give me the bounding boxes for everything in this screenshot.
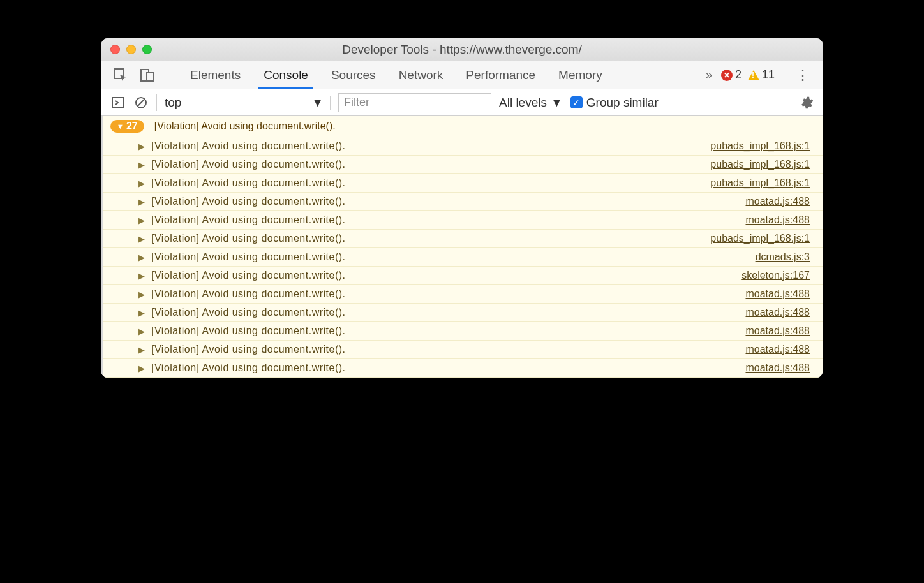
tab-elements[interactable]: Elements (179, 61, 252, 89)
message-text: [Violation] Avoid using document.write()… (151, 159, 710, 170)
minimize-window-button[interactable] (126, 45, 136, 54)
clear-console-button[interactable] (133, 95, 149, 110)
svg-rect-2 (147, 73, 153, 81)
warning-count: 11 (762, 68, 775, 82)
console-message: ▶[Violation] Avoid using document.write(… (101, 137, 823, 156)
message-source-link[interactable]: pubads_impl_168.js:1 (710, 177, 814, 189)
error-count: 2 (735, 68, 741, 82)
group-header-text: [Violation] Avoid using document.write()… (154, 121, 336, 132)
zoom-window-button[interactable] (142, 45, 152, 54)
chevron-down-icon: ▼ (117, 122, 124, 130)
titlebar: Developer Tools - https://www.theverge.c… (101, 38, 823, 61)
inspect-element-icon[interactable] (113, 68, 128, 83)
panel-tabs: ElementsConsoleSourcesNetworkPerformance… (179, 61, 696, 89)
expand-message-button[interactable]: ▶ (138, 271, 145, 281)
chevron-down-icon: ▼ (311, 96, 324, 110)
expand-message-button[interactable]: ▶ (138, 142, 145, 151)
message-source-link[interactable]: pubads_impl_168.js:1 (710, 159, 814, 170)
device-toolbar-icon[interactable] (140, 68, 155, 83)
message-text: [Violation] Avoid using document.write()… (151, 307, 745, 318)
message-source-link[interactable]: moatad.js:488 (745, 344, 814, 355)
message-source-link[interactable]: moatad.js:488 (745, 196, 814, 207)
tab-sources[interactable]: Sources (320, 61, 387, 89)
message-source-link[interactable]: moatad.js:488 (745, 362, 814, 374)
message-text: [Violation] Avoid using document.write()… (151, 140, 710, 152)
expand-message-button[interactable]: ▶ (138, 253, 145, 262)
log-levels-label: All levels (499, 96, 547, 110)
console-messages: ▼ 27 [Violation] Avoid using document.wr… (101, 116, 823, 378)
checkbox-checked-icon: ✓ (570, 96, 583, 108)
close-window-button[interactable] (110, 45, 120, 54)
status-badges: ✕ 2 11 (721, 68, 775, 82)
toggle-console-sidebar-button[interactable] (110, 95, 126, 110)
separator (167, 67, 167, 84)
tab-console[interactable]: Console (252, 61, 320, 89)
console-message: ▶[Violation] Avoid using document.write(… (101, 211, 823, 230)
message-group-header[interactable]: ▼ 27 [Violation] Avoid using document.wr… (101, 116, 823, 137)
expand-message-button[interactable]: ▶ (138, 216, 145, 225)
execution-context-value: top (165, 96, 181, 110)
main-menu-button[interactable]: ⋮ (793, 67, 812, 84)
expand-message-button[interactable]: ▶ (138, 290, 145, 299)
devtools-window: Developer Tools - https://www.theverge.c… (101, 38, 823, 378)
message-text: [Violation] Avoid using document.write()… (151, 233, 710, 244)
message-source-link[interactable]: skeleton.js:167 (741, 270, 814, 281)
warning-icon (748, 70, 759, 80)
expand-message-button[interactable]: ▶ (138, 160, 145, 170)
error-icon: ✕ (721, 70, 733, 81)
tab-performance[interactable]: Performance (454, 61, 547, 89)
console-message: ▶[Violation] Avoid using document.write(… (101, 193, 823, 211)
execution-context-selector[interactable]: top ▼ (165, 96, 331, 110)
group-similar-label: Group similar (586, 96, 659, 110)
message-source-link[interactable]: moatad.js:488 (745, 325, 814, 337)
expand-message-button[interactable]: ▶ (138, 345, 145, 355)
message-text: [Violation] Avoid using document.write()… (151, 270, 741, 281)
group-count: 27 (126, 121, 138, 132)
tab-memory[interactable]: Memory (547, 61, 614, 89)
error-count-badge[interactable]: ✕ 2 (721, 68, 741, 82)
message-text: [Violation] Avoid using document.write()… (151, 214, 745, 226)
message-text: [Violation] Avoid using document.write()… (151, 251, 756, 263)
more-tabs-button[interactable]: » (706, 68, 712, 82)
console-message: ▶[Violation] Avoid using document.write(… (101, 267, 823, 285)
expand-message-button[interactable]: ▶ (138, 327, 145, 336)
expand-message-button[interactable]: ▶ (138, 197, 145, 207)
message-text: [Violation] Avoid using document.write()… (151, 196, 745, 207)
svg-line-5 (137, 99, 145, 107)
message-text: [Violation] Avoid using document.write()… (151, 362, 745, 374)
group-similar-toggle[interactable]: ✓ Group similar (570, 96, 659, 110)
expand-message-button[interactable]: ▶ (138, 179, 145, 188)
tab-network[interactable]: Network (387, 61, 455, 89)
message-source-link[interactable]: moatad.js:488 (745, 307, 814, 318)
group-count-badge: ▼ 27 (110, 120, 144, 133)
filter-input[interactable] (338, 93, 491, 112)
console-settings-button[interactable] (800, 96, 814, 110)
message-source-link[interactable]: pubads_impl_168.js:1 (710, 140, 814, 152)
message-text: [Violation] Avoid using document.write()… (151, 177, 710, 189)
log-levels-selector[interactable]: All levels ▼ (499, 96, 563, 110)
expand-message-button[interactable]: ▶ (138, 364, 145, 373)
message-text: [Violation] Avoid using document.write()… (151, 344, 745, 355)
console-message: ▶[Violation] Avoid using document.write(… (101, 174, 823, 193)
message-source-link[interactable]: moatad.js:488 (745, 214, 814, 226)
message-source-link[interactable]: pubads_impl_168.js:1 (710, 233, 814, 244)
message-text: [Violation] Avoid using document.write()… (151, 325, 745, 337)
message-text: [Violation] Avoid using document.write()… (151, 288, 745, 300)
console-message: ▶[Violation] Avoid using document.write(… (101, 230, 823, 248)
expand-message-button[interactable]: ▶ (138, 234, 145, 244)
separator (784, 67, 784, 84)
chevron-down-icon: ▼ (551, 96, 563, 110)
message-source-link[interactable]: dcmads.js:3 (756, 251, 814, 263)
expand-message-button[interactable]: ▶ (138, 308, 145, 318)
console-message: ▶[Violation] Avoid using document.write(… (101, 156, 823, 174)
console-toolbar: top ▼ All levels ▼ ✓ Group similar (101, 89, 823, 116)
console-message: ▶[Violation] Avoid using document.write(… (101, 304, 823, 322)
gutter (101, 116, 103, 378)
message-source-link[interactable]: moatad.js:488 (745, 288, 814, 300)
console-message: ▶[Violation] Avoid using document.write(… (101, 359, 823, 378)
console-message: ▶[Violation] Avoid using document.write(… (101, 322, 823, 341)
separator (156, 94, 157, 111)
warning-count-badge[interactable]: 11 (748, 68, 775, 82)
console-message: ▶[Violation] Avoid using document.write(… (101, 285, 823, 304)
panel-tabbar: ElementsConsoleSourcesNetworkPerformance… (101, 61, 823, 89)
